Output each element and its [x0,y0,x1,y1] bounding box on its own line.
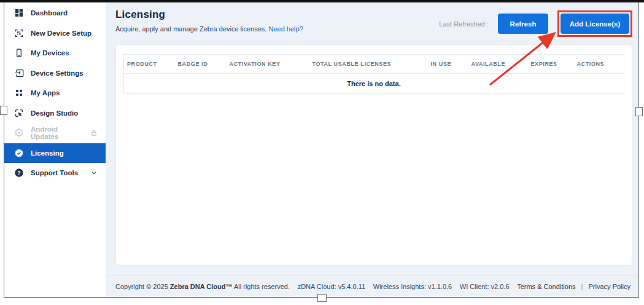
sidebar-item-label: New Device Setup [31,30,91,37]
column-header-available: AVAILABLE [468,55,528,74]
sidebar-item-label: Device Settings [31,69,83,77]
sidebar-item-licensing[interactable]: Licensing [4,143,106,164]
wireless-insights-version: Wireless Insights: v1.1.0.6 [373,283,452,290]
sidebar-item-android-updates: Android Updates [4,123,106,143]
sidebar-item-label: Support Tools [31,169,78,176]
column-header-in-use: IN USE [428,55,468,74]
sidebar-item-label: My Apps [31,89,60,97]
licenses-card: PRODUCT BADGE ID ACTIVATION KEY TOTAL US… [115,44,632,266]
header-actions: Last Refreshed : Refresh Add License(s) [439,10,632,37]
sidebar-item-my-apps[interactable]: My Apps [4,83,106,103]
copyright-suffix: All rights reserved. [234,283,290,290]
links-separator: | [581,283,583,290]
empty-state-row: There is no data. [124,74,624,94]
sidebar-item-my-devices[interactable]: My Devices [4,43,106,63]
refresh-button[interactable]: Refresh [498,14,548,34]
zdna-version: zDNA Cloud: v5.4.0.11 [298,283,365,290]
sidebar-item-design-studio[interactable]: Design Studio [4,103,106,124]
wi-client-version: WI Client: v2.0.6 [460,283,510,290]
sidebar-item-support-tools[interactable]: ? Support Tools [4,163,106,183]
column-header-expires: EXPIRES [528,55,574,74]
subtitle-text: Acquire, apply and manage Zebra device l… [115,25,266,33]
sidebar-item-label: My Devices [31,49,69,57]
sidebar-item-new-device-setup[interactable]: New Device Setup [4,23,106,44]
qr-scan-icon [14,28,24,38]
app-window: Dashboard New Device Setup My Devices De… [4,2,639,298]
screenshot-canvas: Dashboard New Device Setup My Devices De… [0,0,644,305]
annotation-red-box: Add License(s) [557,10,632,37]
resize-handle-left[interactable] [0,106,7,115]
table-header-row: PRODUCT BADGE ID ACTIVATION KEY TOTAL US… [124,55,624,74]
sidebar-item-label: Android Updates [31,125,83,140]
column-header-product: PRODUCT [124,55,175,74]
last-refreshed-label: Last Refreshed : [439,20,489,28]
column-header-total-usable-licenses: TOTAL USABLE LICENSES [309,55,428,74]
resize-handle-right[interactable] [635,107,643,116]
add-licenses-button[interactable]: Add License(s) [561,14,629,34]
lock-icon [90,129,98,137]
copyright-text: Copyright © 2025 Zebra DNA Cloud™ All ri… [115,283,290,290]
terms-and-conditions-link[interactable]: Terms & Conditions [517,283,575,290]
need-help-link[interactable]: Need help? [268,25,303,33]
android-updates-icon [14,128,24,138]
smartphone-icon [14,48,24,58]
license-badge-icon [14,148,24,158]
brand-name: Zebra DNA Cloud™ [170,283,233,290]
sidebar-item-device-settings[interactable]: Device Settings [4,63,106,84]
help-circle-icon: ? [14,168,24,178]
sidebar-item-label: Dashboard [31,9,68,17]
column-header-badge-id: BADGE ID [175,55,227,74]
sidebar-item-dashboard[interactable]: Dashboard [4,3,106,23]
selection-top-border [0,0,644,2]
apps-grid-icon [14,88,24,98]
sidebar-item-label: Licensing [31,149,64,157]
column-header-actions: ACTIONS [574,55,624,74]
device-input-icon [14,68,24,78]
chevron-down-icon[interactable] [90,168,98,177]
copyright-prefix: Copyright © 2025 [115,283,168,290]
column-header-activation-key: ACTIVATION KEY [227,55,309,74]
sidebar-item-label: Design Studio [31,109,78,117]
page-header: Licensing Acquire, apply and manage Zebr… [106,2,638,44]
dashboard-icon [14,8,24,18]
privacy-policy-link[interactable]: Privacy Policy [589,283,630,290]
resize-handle-bottom[interactable] [317,294,327,302]
app-footer: Copyright © 2025 Zebra DNA Cloud™ All ri… [106,275,638,297]
main-content: Licensing Acquire, apply and manage Zebr… [106,2,638,297]
licenses-table: PRODUCT BADGE ID ACTIVATION KEY TOTAL US… [123,54,624,94]
empty-state-message: There is no data. [124,74,624,94]
design-cursor-icon [14,108,24,118]
svg-text:?: ? [17,170,20,176]
sidebar: Dashboard New Device Setup My Devices De… [4,2,106,297]
footer-links: Terms & Conditions | Privacy Policy [517,283,630,290]
